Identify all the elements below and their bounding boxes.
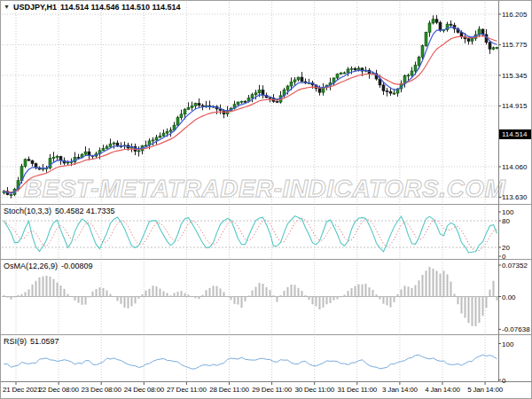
- time-tick-label: 27 Dec 11:00: [167, 386, 207, 395]
- symbol-title: ▼ USDJPY,H1 114.514 114.546 114.510 114.…: [4, 3, 181, 12]
- time-tick-label: 4 Jan 14:00: [425, 386, 460, 395]
- stoch-indicator-values: 50.4582 41.7335: [55, 207, 115, 215]
- current-price-badge: 114.514: [499, 129, 532, 139]
- stoch-tick-label: 20: [502, 244, 510, 252]
- rsi-indicator-name: RSI(9): [4, 337, 27, 346]
- chart-window: BEST-METATRADER-INDICATORS.COM ▼ USDJPY,…: [0, 0, 532, 399]
- time-tick-label: 3 Jan 14:00: [382, 386, 418, 395]
- price-tick-label: 116.205: [502, 11, 527, 19]
- stoch-tick-label: 80: [502, 217, 510, 225]
- time-tick-label: 29 Dec 11:00: [252, 386, 292, 395]
- rsi-tick-label: 0: [502, 377, 505, 385]
- time-tick-label: 21 Dec 2021: [3, 386, 41, 395]
- price-tick-label: 115.345: [502, 72, 527, 80]
- time-tick-label: 23 Dec 08:00: [82, 386, 121, 395]
- osma-tick-label: 0.07352: [502, 262, 528, 270]
- osma-histogram: [2, 267, 498, 326]
- stoch-panel-title: Stoch(10,3,3) 50.4582 41.7335: [4, 207, 115, 215]
- price-tick-label: 114.060: [502, 163, 527, 171]
- time-tick-label: 31 Dec 11:00: [337, 386, 377, 395]
- symbol-title-label: USDJPY,H1: [13, 3, 57, 12]
- stoch-signal-line: [4, 218, 497, 251]
- stoch-tick-label: 0: [502, 253, 505, 261]
- candlestick-series: [3, 15, 498, 199]
- osma-tick-label: 0.00: [502, 293, 516, 301]
- panel-frame: [1, 1, 532, 385]
- symbol-ohlc-values: 114.514 114.546 114.510 114.514: [60, 3, 181, 12]
- stoch-tick-label: 100: [502, 208, 513, 216]
- time-tick-label: 5 Jan 14:00: [467, 386, 503, 395]
- osma-panel-title: OsMA(12,26,9) -0.00809: [4, 262, 93, 270]
- rsi-panel-title: RSI(9) 51.0597: [4, 337, 59, 346]
- rsi-line: [4, 355, 497, 369]
- chart-canvas[interactable]: [1, 1, 532, 399]
- price-tick-label: 115.775: [502, 41, 527, 49]
- time-tick-label: 30 Dec 11:00: [294, 386, 334, 395]
- osma-tick-label: -0.07638: [502, 325, 530, 333]
- price-tick-label: 114.915: [502, 102, 527, 110]
- price-tick-label: 113.630: [502, 193, 527, 201]
- time-tick-label: 28 Dec 11:00: [209, 386, 249, 395]
- osma-indicator-value: -0.00809: [61, 262, 93, 270]
- rsi-tick-label: 100: [502, 340, 513, 348]
- time-tick-label: 24 Dec 08:00: [124, 386, 164, 395]
- chart-menu-icon: ▼: [4, 4, 10, 10]
- grid-lines: [2, 2, 498, 381]
- stochastic-panel-series: [2, 216, 498, 253]
- osma-indicator-name: OsMA(12,26,9): [4, 262, 58, 270]
- stoch-indicator-name: Stoch(10,3,3): [4, 207, 51, 215]
- time-tick-label: 22 Dec 08:00: [38, 386, 78, 395]
- rsi-indicator-value: 51.0597: [30, 337, 59, 346]
